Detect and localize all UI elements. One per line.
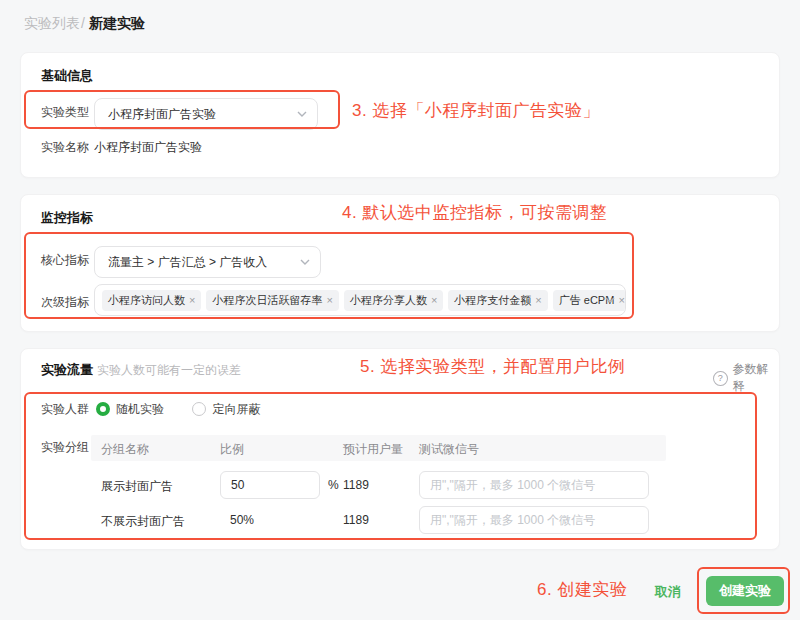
- remove-tag-icon[interactable]: ×: [326, 294, 332, 306]
- cancel-button[interactable]: 取消: [655, 583, 681, 601]
- experiment-type-value: 小程序封面广告实验: [108, 106, 216, 123]
- metric-tag: 小程序访问人数×: [102, 290, 201, 311]
- annotation-step-5: 5. 选择实验类型，并配置用户比例: [360, 355, 625, 378]
- experiment-name-label: 实验名称: [41, 139, 89, 156]
- col-header-group-name: 分组名称: [101, 441, 149, 458]
- annotation-step-4: 4. 默认选中监控指标，可按需调整: [342, 201, 607, 224]
- remove-tag-icon[interactable]: ×: [189, 294, 195, 306]
- radio-targeted-block[interactable]: 定向屏蔽: [192, 399, 260, 416]
- remove-tag-icon[interactable]: ×: [535, 294, 541, 306]
- param-help-label: 参数解释: [733, 361, 779, 395]
- percent-suffix: %: [328, 478, 339, 492]
- col-header-test-wechat: 测试微信号: [419, 441, 479, 458]
- group-label: 实验分组: [41, 439, 89, 456]
- estimated-users-cell: 1189: [343, 478, 369, 492]
- basic-info-title: 基础信息: [41, 67, 93, 85]
- radio-unselected-icon: [192, 402, 206, 416]
- ratio-input[interactable]: [220, 471, 320, 499]
- breadcrumb-parent-link[interactable]: 实验列表: [24, 15, 80, 31]
- annotation-step-6: 6. 创建实验: [537, 578, 627, 601]
- breadcrumb-separator: /: [81, 15, 85, 31]
- col-header-ratio: 比例: [220, 441, 244, 458]
- audience-label: 实验人群: [41, 401, 89, 418]
- help-icon: ?: [713, 371, 728, 386]
- breadcrumb: 实验列表/新建实验: [24, 14, 145, 33]
- traffic-card: 实验流量 实验人数可能有一定的误差 ? 参数解释 实验人群 随机实验 定向屏蔽 …: [20, 348, 780, 550]
- secondary-metric-label: 次级指标: [41, 294, 89, 311]
- group-name-cell: 展示封面广告: [101, 478, 173, 495]
- traffic-hint: 实验人数可能有一定的误差: [97, 362, 241, 379]
- test-wechat-input[interactable]: [419, 471, 649, 499]
- metric-tag: 小程序分享人数×: [344, 290, 443, 311]
- metric-tag: 小程序支付金额×: [448, 290, 547, 311]
- metric-tag: 小程序次日活跃留存率×: [206, 290, 338, 311]
- core-metric-label: 核心指标: [41, 252, 89, 269]
- chevron-down-icon: [297, 111, 307, 117]
- estimated-users-cell: 1189: [343, 513, 369, 527]
- param-help-link[interactable]: ? 参数解释: [713, 361, 779, 395]
- group-name-cell: 不展示封面广告: [101, 513, 185, 530]
- experiment-name-value: 小程序封面广告实验: [94, 139, 202, 156]
- test-wechat-input[interactable]: [419, 506, 649, 534]
- metric-tag: 广告 eCPM×: [553, 290, 626, 311]
- page-title: 新建实验: [89, 15, 145, 31]
- chevron-down-icon: [605, 297, 615, 303]
- radio-random-experiment[interactable]: 随机实验: [96, 399, 168, 416]
- group-table-header: 分组名称 比例 预计用户量 测试微信号: [91, 435, 666, 461]
- metrics-title: 监控指标: [41, 209, 93, 227]
- core-metric-value: 流量主 > 广告汇总 > 广告收入: [108, 254, 267, 271]
- remove-tag-icon[interactable]: ×: [431, 294, 437, 306]
- experiment-type-label: 实验类型: [41, 104, 89, 121]
- col-header-estimated-users: 预计用户量: [343, 441, 403, 458]
- radio-selected-icon: [96, 402, 110, 416]
- chevron-down-icon: [300, 259, 310, 265]
- remove-tag-icon[interactable]: ×: [618, 294, 624, 306]
- annotation-step-3: 3. 选择「小程序封面广告实验」: [352, 99, 600, 122]
- traffic-title: 实验流量: [41, 361, 93, 379]
- core-metric-select[interactable]: 流量主 > 广告汇总 > 广告收入: [94, 246, 321, 278]
- experiment-type-select[interactable]: 小程序封面广告实验: [94, 98, 318, 130]
- audience-radio-group: 随机实验 定向屏蔽: [96, 399, 260, 418]
- ratio-cell: 50%: [230, 513, 254, 527]
- create-experiment-button[interactable]: 创建实验: [706, 576, 784, 606]
- secondary-metric-multiselect[interactable]: 小程序访问人数× 小程序次日活跃留存率× 小程序分享人数× 小程序支付金额× 广…: [94, 284, 626, 316]
